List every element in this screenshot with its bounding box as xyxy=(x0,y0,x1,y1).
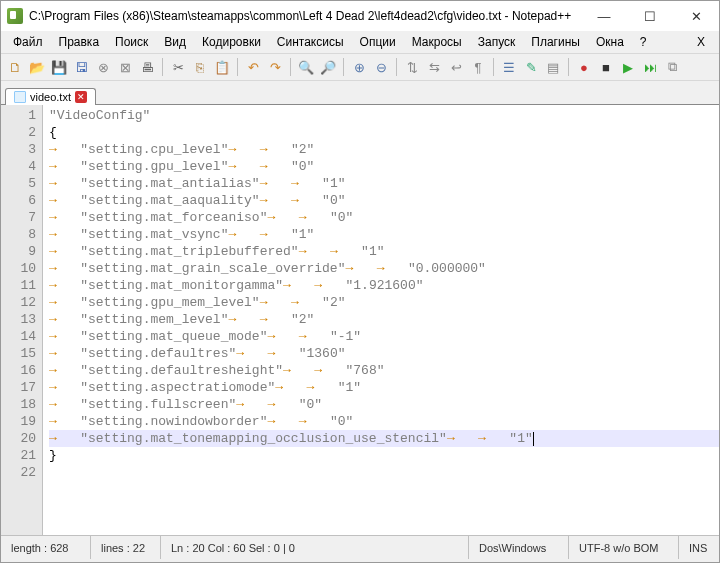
replace-icon[interactable]: 🔎 xyxy=(318,57,338,77)
tab-label: video.txt xyxy=(30,91,71,103)
close-button[interactable]: ✕ xyxy=(673,1,719,31)
save-all-icon[interactable]: 🖫 xyxy=(71,57,91,77)
print-icon[interactable]: 🖶 xyxy=(137,57,157,77)
open-file-icon[interactable]: 📂 xyxy=(27,57,47,77)
menu-syntax[interactable]: Синтаксисы xyxy=(269,33,352,51)
toolbar-separator xyxy=(568,58,569,76)
code-line[interactable]: → "setting.gpu_mem_level"→ → "2" xyxy=(49,294,719,311)
menu-run[interactable]: Запуск xyxy=(470,33,524,51)
wordwrap-icon[interactable]: ↩ xyxy=(446,57,466,77)
code-line[interactable] xyxy=(49,464,719,481)
editor[interactable]: 12345678910111213141516171819202122 "Vid… xyxy=(1,105,719,535)
menu-file[interactable]: Файл xyxy=(5,33,51,51)
window-buttons: — ☐ ✕ xyxy=(581,1,719,31)
code-line[interactable]: → "setting.mat_vsync"→ → "1" xyxy=(49,226,719,243)
new-file-icon[interactable]: 🗋 xyxy=(5,57,25,77)
code-line[interactable]: → "setting.mat_queue_mode"→ → "-1" xyxy=(49,328,719,345)
toolbar-separator xyxy=(237,58,238,76)
status-eol: Dos\Windows xyxy=(469,536,569,559)
code-line[interactable]: { xyxy=(49,124,719,141)
play-macro-icon[interactable]: ▶ xyxy=(618,57,638,77)
window-title: C:\Program Files (x86)\Steam\steamapps\c… xyxy=(29,9,581,23)
status-mode: INS xyxy=(679,536,719,559)
redo-icon[interactable]: ↷ xyxy=(265,57,285,77)
zoom-in-icon[interactable]: ⊕ xyxy=(349,57,369,77)
menu-options[interactable]: Опции xyxy=(352,33,404,51)
status-encoding: UTF-8 w/o BOM xyxy=(569,536,679,559)
tab-close-icon[interactable]: ✕ xyxy=(75,91,87,103)
menubar: Файл Правка Поиск Вид Кодировки Синтакси… xyxy=(1,31,719,53)
code-line[interactable]: → "setting.cpu_level"→ → "2" xyxy=(49,141,719,158)
code-line[interactable]: → "setting.nowindowborder"→ → "0" xyxy=(49,413,719,430)
toolbar-separator xyxy=(162,58,163,76)
menu-edit[interactable]: Правка xyxy=(51,33,108,51)
code-line[interactable]: → "setting.aspectratiomode"→ → "1" xyxy=(49,379,719,396)
toolbar-separator xyxy=(396,58,397,76)
record-macro-icon[interactable]: ● xyxy=(574,57,594,77)
maximize-button[interactable]: ☐ xyxy=(627,1,673,31)
code-line[interactable]: → "setting.defaultres"→ → "1360" xyxy=(49,345,719,362)
tab-video-txt[interactable]: video.txt ✕ xyxy=(5,88,96,105)
titlebar: C:\Program Files (x86)\Steam\steamapps\c… xyxy=(1,1,719,31)
tabstrip: video.txt ✕ xyxy=(1,81,719,105)
toolbar-separator xyxy=(343,58,344,76)
copy-icon[interactable]: ⎘ xyxy=(190,57,210,77)
doc-map-icon[interactable]: ▤ xyxy=(543,57,563,77)
menu-encoding[interactable]: Кодировки xyxy=(194,33,269,51)
lang-icon[interactable]: ✎ xyxy=(521,57,541,77)
menu-search[interactable]: Поиск xyxy=(107,33,156,51)
undo-icon[interactable]: ↶ xyxy=(243,57,263,77)
sync-v-icon[interactable]: ⇅ xyxy=(402,57,422,77)
stop-macro-icon[interactable]: ■ xyxy=(596,57,616,77)
cut-icon[interactable]: ✂ xyxy=(168,57,188,77)
code-line[interactable]: → "setting.mat_triplebuffered"→ → "1" xyxy=(49,243,719,260)
toolbar-separator xyxy=(493,58,494,76)
paste-icon[interactable]: 📋 xyxy=(212,57,232,77)
code-area[interactable]: "VideoConfig"{→ "setting.cpu_level"→ → "… xyxy=(43,105,719,535)
code-line[interactable]: → "setting.mat_aaquality"→ → "0" xyxy=(49,192,719,209)
close-file-icon[interactable]: ⊗ xyxy=(93,57,113,77)
code-line[interactable]: "VideoConfig" xyxy=(49,107,719,124)
code-line[interactable]: } xyxy=(49,447,719,464)
statusbar: length : 628 lines : 22 Ln : 20 Col : 60… xyxy=(1,535,719,559)
line-number-gutter: 12345678910111213141516171819202122 xyxy=(1,105,43,535)
code-line[interactable]: → "setting.mat_antialias"→ → "1" xyxy=(49,175,719,192)
status-length: length : 628 xyxy=(1,536,91,559)
status-position: Ln : 20 Col : 60 Sel : 0 | 0 xyxy=(161,536,469,559)
save-macro-icon[interactable]: ⧉ xyxy=(662,57,682,77)
minimize-button[interactable]: — xyxy=(581,1,627,31)
toolbar: 🗋 📂 💾 🖫 ⊗ ⊠ 🖶 ✂ ⎘ 📋 ↶ ↷ 🔍 🔎 ⊕ ⊖ ⇅ ⇆ ↩ ¶ … xyxy=(1,53,719,81)
code-line[interactable]: → "setting.fullscreen"→ → "0" xyxy=(49,396,719,413)
code-line[interactable]: → "setting.mat_monitorgamma"→ → "1.92160… xyxy=(49,277,719,294)
code-line[interactable]: → "setting.mat_grain_scale_override"→ → … xyxy=(49,260,719,277)
menu-windows[interactable]: Окна xyxy=(588,33,632,51)
menu-x-button[interactable]: X xyxy=(687,33,715,51)
menu-help[interactable]: ? xyxy=(632,33,655,51)
sync-h-icon[interactable]: ⇆ xyxy=(424,57,444,77)
app-icon xyxy=(7,8,23,24)
save-icon[interactable]: 💾 xyxy=(49,57,69,77)
code-line[interactable]: → "setting.gpu_level"→ → "0" xyxy=(49,158,719,175)
find-icon[interactable]: 🔍 xyxy=(296,57,316,77)
show-all-chars-icon[interactable]: ¶ xyxy=(468,57,488,77)
toolbar-separator xyxy=(290,58,291,76)
close-all-icon[interactable]: ⊠ xyxy=(115,57,135,77)
play-multi-icon[interactable]: ⏭ xyxy=(640,57,660,77)
code-line[interactable]: → "setting.mat_tonemapping_occlusion_use… xyxy=(49,430,719,447)
code-line[interactable]: → "setting.mat_forceaniso"→ → "0" xyxy=(49,209,719,226)
menu-plugins[interactable]: Плагины xyxy=(523,33,588,51)
menu-view[interactable]: Вид xyxy=(156,33,194,51)
file-icon xyxy=(14,91,26,103)
code-line[interactable]: → "setting.mem_level"→ → "2" xyxy=(49,311,719,328)
zoom-out-icon[interactable]: ⊖ xyxy=(371,57,391,77)
code-line[interactable]: → "setting.defaultresheight"→ → "768" xyxy=(49,362,719,379)
status-lines: lines : 22 xyxy=(91,536,161,559)
menu-macros[interactable]: Макросы xyxy=(404,33,470,51)
indent-guide-icon[interactable]: ☰ xyxy=(499,57,519,77)
